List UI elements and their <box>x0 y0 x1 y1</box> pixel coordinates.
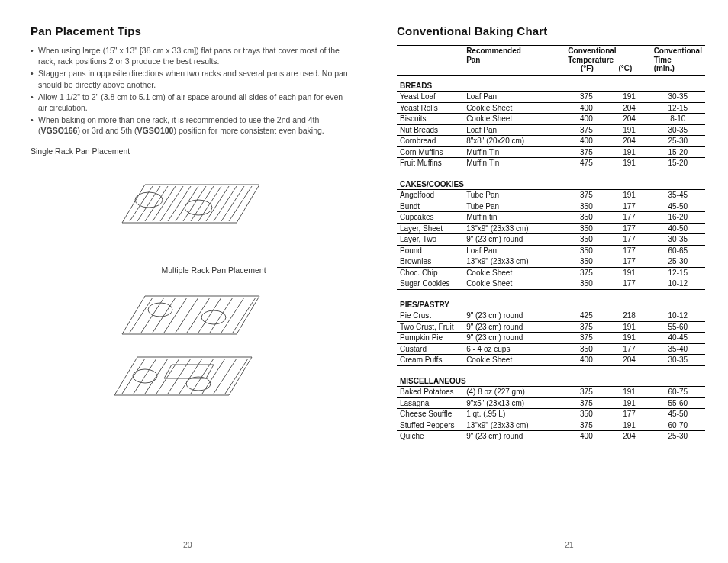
table-row: BundtTube Pan35017745-50 <box>397 201 705 212</box>
table-row: Layer, Sheet13"x9" (23x33 cm)35017740-50 <box>397 223 705 234</box>
svg-line-34 <box>191 359 214 394</box>
single-rack-label: Single Rack Pan Placement <box>31 146 351 156</box>
svg-line-31 <box>156 359 179 394</box>
page-number-right: 21 <box>565 540 574 549</box>
table-row: Lasagna9"x5" (23x13 cm)37519155-60 <box>397 397 705 409</box>
table-row: Yeast LoafLoaf Pan37519130-35 <box>397 92 705 103</box>
th-time-3: (min.) <box>654 64 675 72</box>
th-f: (°F) <box>568 64 606 73</box>
tip-item: •Allow 1 1/2" to 2" (3.8 cm to 5.1 cm) o… <box>31 92 351 113</box>
single-rack-illustration <box>31 162 351 255</box>
svg-point-27 <box>201 310 226 324</box>
baking-chart-table: Recommended Pan Conventional Temperature… <box>397 45 705 442</box>
page-number-left: 20 <box>183 540 192 549</box>
table-row: AngelfoodTube Pan37519135-45 <box>397 190 705 201</box>
th-c: (°C) <box>606 64 644 73</box>
table-row: PoundLoaf Pan35017760-65 <box>397 245 705 256</box>
th-pan-2: Pan <box>466 56 480 64</box>
category-row: BREADS <box>397 75 705 92</box>
svg-point-15 <box>185 200 212 215</box>
table-row: Sugar CookiesCookie Sheet35017710-12 <box>397 278 705 290</box>
table-row: Fruit MuffinsMuffin Tin47519115-20 <box>397 158 705 169</box>
svg-point-39 <box>186 377 211 391</box>
th-temp-2: Temperature <box>568 56 614 64</box>
svg-line-29 <box>134 359 156 394</box>
tip-item: •When baking on more than one rack, it i… <box>31 114 351 136</box>
svg-line-20 <box>176 298 198 333</box>
table-row: Quiche9" (23 cm) round40020425-30 <box>397 431 705 442</box>
table-row: CupcakesMuffin tin35017716-20 <box>397 212 705 224</box>
table-row: Two Crust, Fruit9" (23 cm) round37519155… <box>397 321 705 333</box>
table-row: Brownies13"x9" (23x33 cm)35017725-30 <box>397 256 705 268</box>
table-row: Yeast RollsCookie Sheet40020412-15 <box>397 102 705 114</box>
right-column: Conventional Baking Chart Recommended Pa… <box>374 24 705 548</box>
table-row: Pie Crust9" (23 cm) round42521810-12 <box>397 310 705 322</box>
table-row: Layer, Two9" (23 cm) round35017730-35 <box>397 234 705 246</box>
svg-line-25 <box>233 298 256 333</box>
th-temp-1: Conventional <box>568 47 616 55</box>
tip-item: •When using large (15" x 13" [38 cm x 33… <box>31 45 351 66</box>
th-pan-1: Recommended <box>466 47 521 55</box>
tips-list: •When using large (15" x 13" [38 cm x 33… <box>31 45 351 136</box>
chart-heading: Conventional Baking Chart <box>397 24 705 37</box>
th-time-1: Conventional <box>654 47 702 55</box>
svg-line-32 <box>168 359 191 394</box>
table-row: Corn MuffinsMuffin Tin37519115-20 <box>397 146 705 158</box>
table-row: Custard6 - 4 oz cups35017735-40 <box>397 343 705 355</box>
multiple-rack-illustration <box>31 281 351 420</box>
category-row: MISCELLANEOUS <box>397 365 705 387</box>
table-row: Pumpkin Pie9" (23 cm) round37519140-45 <box>397 333 705 344</box>
table-row: Cheese Souffle1 qt. (.95 L)35017745-50 <box>397 409 705 420</box>
svg-line-30 <box>145 359 168 394</box>
svg-point-14 <box>135 192 163 208</box>
table-row: Baked Potatoes(4) 8 oz (227 gm)37519160-… <box>397 387 705 398</box>
table-row: BiscuitsCookie Sheet4002048-10 <box>397 114 705 125</box>
svg-line-33 <box>179 359 202 394</box>
table-row: Stuffed Peppers13"x9" (23x33 cm)37519160… <box>397 420 705 431</box>
th-time-2: Time <box>654 56 672 64</box>
svg-line-37 <box>225 359 248 394</box>
svg-line-35 <box>202 359 225 394</box>
table-row: Nut BreadsLoaf Pan37519130-35 <box>397 124 705 136</box>
left-column: Pan Placement Tips •When using large (15… <box>31 24 374 548</box>
multiple-rack-label: Multiple Rack Pan Placement <box>31 265 351 275</box>
tips-heading: Pan Placement Tips <box>31 24 351 37</box>
svg-line-21 <box>187 298 210 333</box>
tip-item: •Stagger pans in opposite directions whe… <box>31 68 351 89</box>
svg-line-23 <box>210 298 233 333</box>
category-row: CAKES/COOKIES <box>397 169 705 190</box>
category-row: PIES/PASTRY <box>397 289 705 310</box>
table-row: Cream PuffsCookie Sheet40020430-35 <box>397 355 705 366</box>
svg-line-18 <box>153 298 176 333</box>
svg-point-26 <box>148 303 172 317</box>
table-row: Choc. ChipCookie Sheet37519112-15 <box>397 267 705 278</box>
table-row: Cornbread8"x8" (20x20 cm)40020425-30 <box>397 136 705 147</box>
